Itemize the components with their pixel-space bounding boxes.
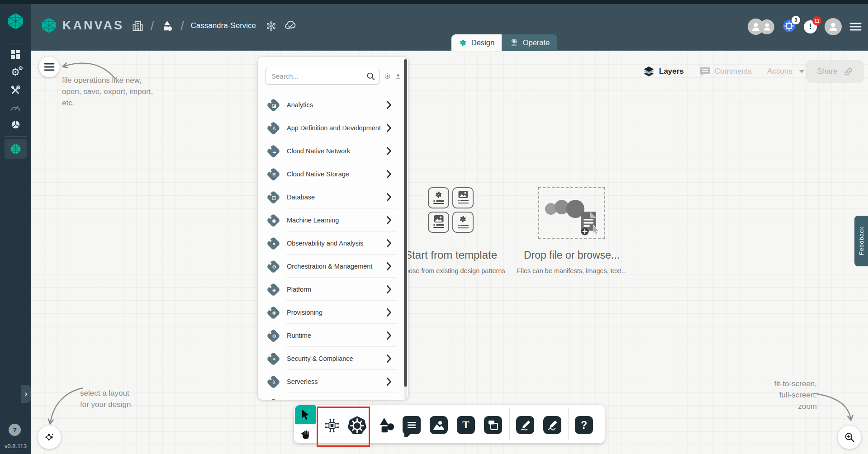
comments-icon <box>699 66 711 77</box>
pinwheel-icon <box>459 215 467 223</box>
category-tag-icon: ✚ <box>265 304 282 321</box>
layer5-logo-icon[interactable] <box>6 11 25 31</box>
category-row[interactable]: ◉ Machine Learning <box>258 208 404 232</box>
canvas-menu-button[interactable] <box>39 57 60 77</box>
category-row[interactable] <box>258 393 404 400</box>
collaborators-avatars[interactable] <box>748 19 774 35</box>
pan-tool-button[interactable] <box>295 424 316 443</box>
chevron-right-icon <box>387 331 391 340</box>
sidebar-item-kanvas[interactable] <box>5 139 27 159</box>
rectangle-node-tool-button[interactable] <box>484 416 502 434</box>
import-upload-button[interactable] <box>395 71 401 81</box>
kubernetes-tool-button[interactable] <box>346 415 368 436</box>
template-card[interactable] <box>452 212 474 233</box>
sidebar-item-settings[interactable]: ⚙ ⚙ <box>6 64 24 81</box>
category-label: Analytics <box>287 101 387 109</box>
tab-operate[interactable]: Operate <box>502 34 557 51</box>
panel-scrollbar-thumb[interactable] <box>404 59 407 387</box>
sidebar-item-toolbox[interactable] <box>6 81 24 99</box>
template-preview-grid[interactable] <box>428 187 474 233</box>
category-row[interactable]: ⚙ Orchestration & Management <box>258 255 404 278</box>
svg-text:◉: ◉ <box>272 218 276 223</box>
category-row[interactable]: ✚ Provisioning <box>258 301 404 324</box>
annotation-file-operations: file operations like new, open, save, ex… <box>62 75 153 109</box>
chevron-right-icon <box>387 262 391 270</box>
category-label: Database <box>287 194 387 201</box>
category-label: Serverless <box>287 378 387 385</box>
drop-file-zone[interactable] <box>538 187 605 239</box>
freehand-draw-tool-button[interactable] <box>543 416 561 434</box>
category-row[interactable]: ⚙ Runtime <box>258 324 404 347</box>
pen-tool-button[interactable] <box>516 416 534 434</box>
layers-label: Layers <box>659 67 684 76</box>
designs-icon[interactable] <box>161 19 174 33</box>
organization-icon[interactable] <box>132 20 144 32</box>
layout-selector-button[interactable] <box>38 426 61 449</box>
gear-small-icon: ⚙ <box>18 66 23 71</box>
svg-text:⚙: ⚙ <box>272 265 276 270</box>
feedback-tab[interactable]: Feedback <box>854 216 868 266</box>
template-card[interactable] <box>428 187 449 208</box>
share-button[interactable]: Share <box>806 60 864 83</box>
text-tool-button[interactable]: T <box>457 416 475 434</box>
sidebar-item-dashboard[interactable] <box>6 46 24 63</box>
category-row[interactable]: ◈ Platform <box>258 278 404 301</box>
help-tool-button[interactable]: ? <box>575 416 593 434</box>
kanvas-brand[interactable]: KANVAS <box>40 17 124 34</box>
toolbar-divider <box>568 408 569 440</box>
drop-file-illustration <box>539 188 604 238</box>
add-component-button[interactable] <box>384 71 390 82</box>
category-row[interactable]: ✶ Security & Compliance <box>258 347 404 370</box>
drop-file-title[interactable]: Drop file or browse... <box>486 249 658 261</box>
notification-count-badge: 11 <box>812 16 821 25</box>
shapes-tool-button[interactable] <box>377 416 397 435</box>
category-tag-icon: ⚙ <box>265 327 282 344</box>
category-row[interactable]: λ Serverless <box>258 370 404 393</box>
layers-button[interactable]: Layers <box>643 66 684 77</box>
kubernetes-context-status[interactable]: 3 <box>782 19 796 35</box>
kanvas-app: ⚙ ⚙ › <box>0 0 868 454</box>
chevron-right-icon <box>387 193 391 201</box>
category-row[interactable]: A App Definition and Development <box>258 116 404 139</box>
category-label: App Definition and Development <box>287 124 387 132</box>
search-input[interactable] <box>266 68 379 85</box>
template-card[interactable] <box>428 212 449 233</box>
component-shapes-tool-button[interactable] <box>322 416 342 435</box>
sidebar-item-charts[interactable] <box>6 116 24 133</box>
category-row[interactable]: ☁ Cloud Native Network <box>258 139 404 162</box>
cursor-icon <box>301 409 310 420</box>
template-card[interactable] <box>452 187 474 208</box>
sidebar-item-performance[interactable] <box>6 98 24 115</box>
chevron-right-icon <box>387 308 391 317</box>
comment-tool-button[interactable] <box>403 416 421 434</box>
design-canvas[interactable]: file operations like new, open, save, ex… <box>31 51 868 454</box>
image-tool-button[interactable] <box>430 416 448 434</box>
design-name[interactable]: Cassandra-Service <box>190 21 256 30</box>
feedback-label: Feedback <box>858 227 865 255</box>
zoom-controls-button[interactable] <box>838 426 861 449</box>
mode-tabs: Design Operate <box>451 34 557 51</box>
breadcrumb: / / Cassandra-Service <box>132 15 297 37</box>
user-avatar[interactable] <box>825 18 842 35</box>
category-row[interactable]: ◪ Analytics <box>258 93 404 116</box>
category-row[interactable]: ▼ Observability and Analysis <box>258 232 404 255</box>
search-icon[interactable] <box>366 72 375 81</box>
shapes-icon <box>378 417 396 434</box>
category-row[interactable]: ≣ Cloud Native Storage <box>258 162 404 185</box>
help-button[interactable]: ? <box>9 424 21 436</box>
sidebar-expand-button[interactable]: › <box>21 385 31 403</box>
environment-mesh-icon[interactable] <box>266 20 277 32</box>
comments-button[interactable]: Comments <box>699 66 752 77</box>
tab-operate-label: Operate <box>523 38 550 47</box>
notifications-status[interactable]: ! 11 <box>804 20 817 33</box>
main-menu-button[interactable] <box>849 22 862 32</box>
window-top-strip <box>0 0 868 4</box>
category-row[interactable]: ◫ Database <box>258 185 404 208</box>
chevron-right-icon <box>387 355 391 363</box>
top-header: KANVAS / / Cassandra-Service <box>31 4 868 51</box>
actions-dropdown[interactable]: Actions <box>767 67 805 76</box>
tab-design[interactable]: Design <box>451 34 502 51</box>
actions-label: Actions <box>767 67 792 76</box>
select-tool-button[interactable] <box>295 405 316 424</box>
design-pinwheel-icon <box>459 38 467 47</box>
